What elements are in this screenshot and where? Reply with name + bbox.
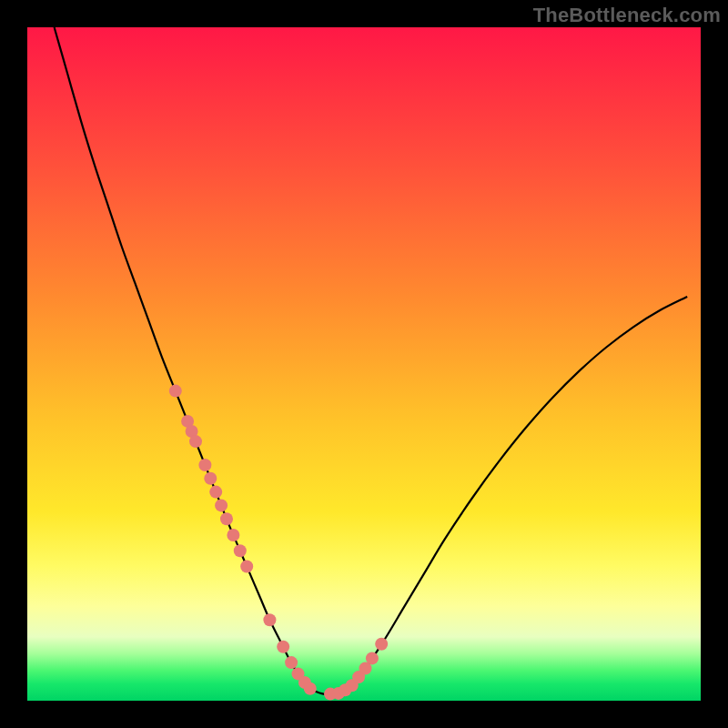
chart-container: TheBottleneck.com [0,0,728,728]
bead-marker [263,613,276,626]
bead-marker [220,512,233,525]
bead-marker [366,652,379,664]
bead-marker [169,385,182,398]
bead-marker [304,682,317,695]
bead-marker [227,529,239,541]
bead-marker [277,641,289,653]
bead-marker [215,499,228,511]
bead-marker [375,638,388,651]
bead-marker [240,561,253,573]
chart-svg [0,0,728,728]
gradient-panel [27,27,701,701]
watermark-text: TheBottleneck.com [533,4,721,27]
bead-marker [285,656,298,669]
bead-marker [198,459,211,471]
bead-marker [189,435,202,448]
bead-marker [204,472,217,485]
bead-marker [209,486,222,499]
bead-marker [234,544,247,557]
